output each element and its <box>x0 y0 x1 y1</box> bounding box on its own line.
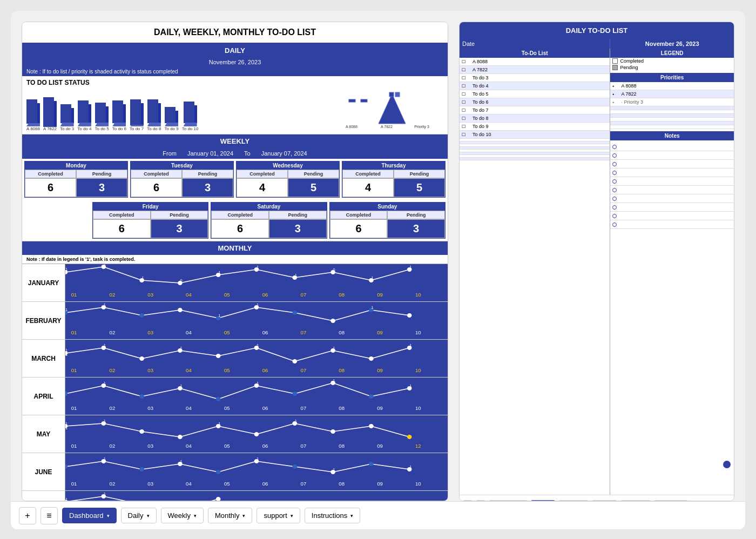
svg-text:01: 01 <box>71 481 77 487</box>
right-instructions-button[interactable]: Instructions <box>653 500 688 501</box>
monday-stats: Completed Pending 6 3 <box>25 170 127 197</box>
svg-point-169 <box>216 497 221 501</box>
add-button[interactable]: + <box>19 507 36 524</box>
note-dot-6 <box>612 188 617 192</box>
tuesday-stats: Completed Pending 6 3 <box>131 170 233 197</box>
svg-text:10: 10 <box>415 292 421 298</box>
svg-text:03: 03 <box>147 406 153 411</box>
svg-text:1: 1 <box>256 265 259 270</box>
right-toolbar: + ≡ Dashboard ▾ Daily ▾ Weekly ▾ Monthly… <box>460 495 734 501</box>
right-weekly-button[interactable]: Weekly ▾ <box>558 500 589 501</box>
completed-label: Completed <box>620 58 644 64</box>
right-menu-button[interactable]: ≡ <box>475 500 486 502</box>
svg-point-94 <box>216 397 221 401</box>
todo-item-6: To do 6 <box>470 98 610 106</box>
note-row-2 <box>610 151 734 160</box>
wednesday-pending-value: 5 <box>288 178 339 197</box>
status-title: TO DO LIST STATUS <box>26 79 443 86</box>
svg-text:06: 06 <box>262 330 268 335</box>
support-main-arrow: ▾ <box>291 513 293 518</box>
bar-label-todo8: To do 8 <box>147 126 161 131</box>
right-daily-button[interactable]: Daily ▾ <box>530 500 556 501</box>
january-chart: 01 02 03 04 05 06 07 08 09 10 1 1 <box>65 264 448 299</box>
table-row: ☐To do 10 <box>460 131 610 139</box>
note-dot-1 <box>612 145 617 149</box>
weekly-grid-bottom: Friday Completed Pending 6 3 Saturday Co… <box>22 200 448 241</box>
svg-text:0: 0 <box>333 267 335 272</box>
svg-text:02: 02 <box>110 406 116 411</box>
priority-item-2: A 7822 <box>619 90 734 98</box>
svg-text:1: 1 <box>333 346 335 351</box>
svg-text:1: 1 <box>333 467 335 472</box>
saturday-pending-value: 3 <box>269 219 327 238</box>
svg-text:03: 03 <box>147 292 153 298</box>
svg-text:1: 1 <box>409 383 411 388</box>
svg-point-148 <box>369 462 374 466</box>
right-monthly-button[interactable]: Monthly <box>591 500 618 501</box>
svg-text:1: 1 <box>218 313 220 318</box>
svg-text:1: 1 <box>180 459 182 464</box>
pending-box <box>612 65 618 70</box>
weekly-header: WEEKLY <box>22 134 448 148</box>
to-date: January 07, 2024 <box>261 150 307 157</box>
svg-text:1: 1 <box>295 419 297 423</box>
tuesday-pending-label: Pending <box>182 170 233 178</box>
bar-todo5: To do 5 <box>95 99 109 131</box>
svg-text:1: 1 <box>180 346 182 351</box>
monthly-button[interactable]: Monthly ▾ <box>208 508 253 523</box>
note-row-4 <box>610 169 734 177</box>
svg-point-140 <box>65 464 68 469</box>
note-row-8 <box>610 203 734 212</box>
svg-text:A 8088: A 8088 <box>346 125 357 129</box>
wednesday-completed-label: Completed <box>237 170 288 178</box>
svg-text:09: 09 <box>377 368 383 373</box>
svg-text:03: 03 <box>147 443 153 449</box>
svg-point-124 <box>407 435 412 439</box>
svg-point-118 <box>178 435 183 439</box>
daily-button[interactable]: Daily ▾ <box>121 508 157 523</box>
right-add-button[interactable]: + <box>462 500 473 502</box>
bar-a7822: A 7822 <box>43 99 57 131</box>
priority-row-9 <box>610 125 734 129</box>
weekly-label: Weekly <box>168 511 191 520</box>
svg-text:1: 1 <box>65 307 68 312</box>
svg-text:09: 09 <box>377 330 383 335</box>
monthly-section: MONTHLY Note : If date in legend is '1',… <box>22 241 448 501</box>
svg-text:A 7822: A 7822 <box>381 125 393 129</box>
svg-text:03: 03 <box>147 368 153 373</box>
svg-point-45 <box>330 319 335 323</box>
bar-label-todo7: To do 7 <box>130 126 144 131</box>
saturday-pending-label: Pending <box>269 211 327 219</box>
priority-row-1: ▪A 8088 <box>610 82 734 90</box>
svg-text:08: 08 <box>339 330 345 335</box>
todo-item-3: To do 3 <box>470 74 610 82</box>
bar-todo4: To do 4 <box>77 99 91 131</box>
weekly-button[interactable]: Weekly ▾ <box>161 508 204 523</box>
instructions-button[interactable]: Instructions ▾ <box>305 508 360 523</box>
sunday-header: Sunday <box>330 203 445 211</box>
svg-text:1: 1 <box>65 497 68 501</box>
friday-completed-label: Completed <box>93 211 151 219</box>
dashboard-button[interactable]: Dashboard ▾ <box>62 508 117 523</box>
sunday-completed-value: 6 <box>330 219 388 238</box>
bar-label-todo6: To do 6 <box>112 126 126 131</box>
right-date-value: November 26, 2023 <box>610 39 734 49</box>
svg-text:03: 03 <box>147 330 153 335</box>
svg-text:09: 09 <box>377 481 383 487</box>
table-row <box>460 158 610 160</box>
month-row-may: MAY <box>22 415 448 453</box>
right-dashboard-button[interactable]: Dashboard ▾ <box>488 500 528 501</box>
support-button[interactable]: support ▾ <box>256 508 300 523</box>
right-support-button[interactable]: support ▾ <box>620 500 651 501</box>
svg-text:05: 05 <box>224 406 230 411</box>
saturday-completed-value: 6 <box>211 219 269 238</box>
svg-rect-0 <box>349 99 355 102</box>
todo-list-title: To-Do List <box>460 49 610 58</box>
svg-text:1: 1 <box>371 275 373 280</box>
monthly-header: MONTHLY <box>22 241 448 255</box>
priorities-table: ▪A 8088 ▪A 7822 ▪· Priority 3 <box>610 82 734 129</box>
menu-button[interactable]: ≡ <box>40 507 58 524</box>
monday-pending-label: Pending <box>76 170 127 178</box>
priority-row-6 <box>610 114 734 118</box>
svg-text:1: 1 <box>256 381 259 386</box>
